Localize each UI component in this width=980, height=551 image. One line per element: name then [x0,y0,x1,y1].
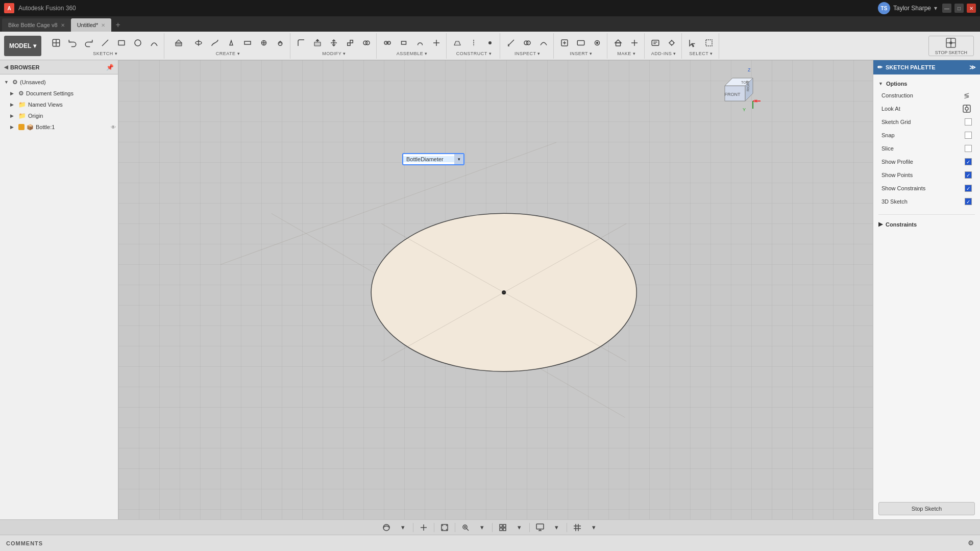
constraints-header[interactable]: ▶ Constraints [878,219,975,230]
model-button[interactable]: MODEL ▾ [4,36,41,56]
select-button[interactable] [685,36,700,50]
dimension-dropdown-icon[interactable]: ▾ [454,154,463,164]
rib-button[interactable] [240,36,255,50]
script-button[interactable] [648,36,663,50]
snap-checkbox[interactable] [965,132,972,139]
orbit-button[interactable] [379,522,394,533]
palette-row-slice: Slice [873,142,980,155]
look-at-button[interactable] [962,104,972,114]
tab-close-icon[interactable]: ✕ [61,22,65,28]
tab-bike-bottle[interactable]: Bike Bottle Cage v8 ✕ [2,18,71,32]
tree-folder-icon: 📁 [18,101,26,108]
redo-button[interactable] [81,36,96,50]
svg-rect-39 [578,40,585,45]
rectangle-button[interactable] [114,36,129,50]
view-options-dropdown-button[interactable]: ▾ [512,522,526,533]
tree-gear-icon: ⚙ [12,79,18,86]
zoom-window-button[interactable] [458,522,473,533]
maximize-button[interactable]: □ [954,4,964,13]
comments-settings-icon[interactable]: ⚙ [968,539,974,547]
close-button[interactable]: ✕ [967,4,976,13]
loft-button[interactable] [224,36,239,50]
show-points-checkbox[interactable]: ✓ [965,171,972,179]
dimension-input-field[interactable] [403,156,454,162]
joint-button[interactable] [380,36,395,50]
grid-dropdown-button[interactable]: ▾ [586,522,601,533]
grid-settings-button[interactable] [570,522,584,533]
minimize-button[interactable]: — [942,4,951,13]
combine-button[interactable] [359,36,374,50]
sketch-create-button[interactable] [48,36,64,50]
extrude-button[interactable] [167,36,190,50]
curvature-button[interactable] [536,36,551,50]
display-dropdown-button[interactable]: ▾ [549,522,564,533]
rigid-joint-button[interactable] [396,36,411,50]
webrib-button[interactable] [256,36,272,50]
tree-item-origin[interactable]: ▶ 📁 Origin [0,110,118,121]
orbit-dropdown-button[interactable]: ▾ [396,522,410,533]
fillet-button[interactable] [293,36,309,50]
browser-collapse-icon[interactable]: ◀ [4,64,8,70]
line-button[interactable] [97,36,113,50]
palette-expand-icon[interactable]: ≫ [969,64,976,71]
tab-add-button[interactable]: + [111,18,125,32]
view-options-button[interactable] [496,522,510,533]
comments-bar: COMMENTS ⚙ [0,535,980,551]
user-dropdown-icon[interactable]: ▾ [934,5,937,12]
arc-button[interactable] [146,36,162,50]
svg-point-58 [950,42,952,44]
tree-eye-icon[interactable]: 👁 [111,124,116,130]
axis-button[interactable] [466,36,481,50]
tab-untitled[interactable]: Untitled* ✕ [71,18,112,32]
show-profile-checkbox[interactable]: ✓ [965,158,972,165]
toolbar-icons-assemble [380,36,444,50]
laser-button[interactable] [627,36,642,50]
undo-button[interactable] [65,36,80,50]
tree-item-bottle[interactable]: ▶ 📦 Bottle:1 👁 [0,121,118,133]
browser-pin-icon[interactable]: 📌 [106,64,114,71]
boss-button[interactable] [273,36,288,50]
view-cube[interactable]: FRONT TOP RIGHT X Y Z [709,65,761,116]
svg-rect-88 [536,524,544,529]
canvas-area[interactable]: ▾ FRONT TOP RIGHT [118,60,873,519]
circle-button[interactable] [130,36,145,50]
addon-button[interactable] [664,36,679,50]
canvas-button[interactable] [573,36,589,50]
pan-button[interactable] [416,522,431,533]
plane-button[interactable] [450,36,465,50]
motion-button[interactable] [412,36,428,50]
show-constraints-checkbox[interactable]: ✓ [965,185,972,192]
contact-button[interactable] [429,36,444,50]
tree-item-doc-settings[interactable]: ▶ ⚙ Document Settings [0,88,118,99]
tree-item-root[interactable]: ▼ ⚙ (Unsaved) [0,77,118,88]
decal-button[interactable] [590,36,605,50]
scale-button[interactable] [342,36,358,50]
stop-sketch-button[interactable]: STOP SKETCH [928,36,974,56]
point-construct-button[interactable] [482,36,498,50]
window-select-button[interactable] [701,36,717,50]
insert-button[interactable] [557,36,572,50]
tree-body-icon [18,124,24,130]
tree-item-named-views[interactable]: ▶ 📁 Named Views [0,99,118,110]
sweep-button[interactable] [207,36,223,50]
interference-button[interactable] [520,36,535,50]
sketch-grid-checkbox[interactable] [965,118,972,126]
tab-close-icon[interactable]: ✕ [101,22,105,28]
fit-button[interactable] [437,522,452,533]
canvas-dimension-input[interactable]: ▾ [402,153,464,165]
3dprint-button[interactable] [610,36,626,50]
stop-sketch-palette-button[interactable]: Stop Sketch [878,502,975,515]
revolve-button[interactable] [191,36,206,50]
display-settings-button[interactable] [533,522,547,533]
palette-options-header[interactable]: ▼ Options [873,79,980,89]
3d-sketch-checkbox[interactable]: ✓ [965,198,972,205]
palette-row-show-constraints: Show Constraints ✓ [873,182,980,195]
construction-button[interactable]: ≶ [962,90,972,101]
toolbar-icons-make [610,36,642,50]
slice-checkbox[interactable] [965,145,972,152]
move-button[interactable] [326,36,341,50]
press-pull-button[interactable] [310,36,325,50]
zoom-dropdown-button[interactable]: ▾ [475,522,489,533]
measure-button[interactable] [503,36,519,50]
options-label: Options [886,81,908,87]
